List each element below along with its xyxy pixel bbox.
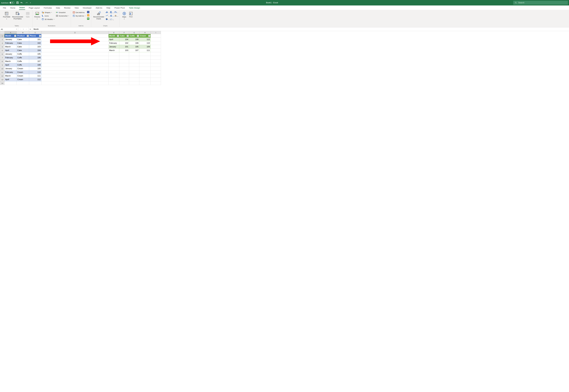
cell[interactable]: Coffe▼ [129,34,139,38]
cell[interactable]: 111 [139,49,151,52]
cell[interactable] [109,52,119,56]
cell[interactable] [109,59,119,63]
cell[interactable] [42,49,109,52]
cell[interactable]: 102 [119,41,129,45]
cell[interactable] [42,38,109,41]
cell[interactable] [119,74,129,78]
cell[interactable] [139,52,151,56]
cell[interactable]: 105 [129,45,139,49]
cell[interactable]: 101 [119,45,129,49]
cell[interactable] [129,81,139,85]
cell[interactable]: 106 [129,41,139,45]
models-button[interactable]: 3D Models [41,18,55,21]
tab-file[interactable]: File [2,6,6,10]
autosave-toggle[interactable]: AutoSave Off [1,1,14,4]
tab-power-pivot[interactable]: Power Pivot [114,6,125,10]
cell[interactable] [109,67,119,70]
cancel-icon[interactable]: ✕ [23,28,24,30]
people-addin-icon[interactable] [87,17,90,20]
cell[interactable] [119,56,129,59]
tab-addins[interactable]: Add-ins [95,6,103,10]
get-addins-button[interactable]: Get Add-ins [72,11,86,14]
cell[interactable] [139,74,151,78]
enter-icon[interactable]: ✓ [26,28,27,30]
cell[interactable] [42,56,109,59]
cell[interactable] [139,63,151,67]
cell[interactable]: March [5,45,17,49]
waterfall-chart-icon[interactable] [114,11,118,14]
pivotchart-button[interactable]: Pivot [128,11,134,18]
my-addins-button[interactable]: My Add-ins [72,14,86,17]
cell[interactable]: 102 [29,41,42,45]
col-header[interactable]: F [119,31,129,34]
recommended-pivot-button[interactable]: ? Recommended PivotTables [12,11,24,20]
cell[interactable] [151,63,161,67]
cell[interactable] [139,56,151,59]
filter-button[interactable]: ▼ [27,35,29,37]
tab-view[interactable]: View [74,6,79,10]
tab-developer[interactable]: Developer [83,6,92,10]
cell[interactable] [151,81,161,85]
cell[interactable] [42,45,109,49]
smartart-button[interactable]: SmartArt [56,11,69,14]
cell[interactable]: April [5,78,17,81]
row-header[interactable]: 9 [0,63,5,67]
cell[interactable] [119,81,129,85]
cell[interactable]: Cream [17,78,29,81]
cell[interactable]: Pieces▼ [29,34,42,38]
col-header[interactable]: E [109,31,119,34]
cell[interactable] [109,56,119,59]
shapes-button[interactable]: Shapes [41,11,55,14]
col-header[interactable]: H [139,31,151,34]
cell[interactable] [42,34,109,38]
bar-chart-icon[interactable] [110,11,114,14]
cell[interactable] [42,63,109,67]
cell[interactable] [129,78,139,81]
filter-button[interactable]: ▼ [117,35,119,37]
cell[interactable] [42,78,109,81]
cell[interactable]: 109 [29,67,42,70]
cell[interactable]: Cream [17,70,29,74]
icons-button[interactable]: Icons [41,14,55,17]
cell[interactable] [151,52,161,56]
cell[interactable]: February [5,56,17,59]
cell[interactable]: February [5,41,17,45]
cell[interactable] [119,70,129,74]
name-box[interactable]: A1▼ [0,28,18,31]
cell[interactable] [42,59,109,63]
filter-button[interactable]: ▼ [39,35,41,37]
cell[interactable] [29,81,42,85]
tab-help[interactable]: Help [106,6,111,10]
cell[interactable]: 105 [29,52,42,56]
cell[interactable]: Cream▼ [139,34,151,38]
cell[interactable]: Product▼ [17,34,29,38]
undo-icon[interactable] [20,1,24,4]
cell[interactable] [139,78,151,81]
cell[interactable] [42,81,109,85]
filter-button[interactable]: ▼ [14,35,16,37]
cell[interactable] [129,74,139,78]
cell[interactable] [151,56,161,59]
cell[interactable] [129,52,139,56]
cell[interactable]: 104 [119,38,129,41]
cell[interactable] [151,38,161,41]
cell[interactable]: 104 [29,49,42,52]
cell[interactable]: March [5,74,17,78]
cell[interactable] [151,41,161,45]
cell[interactable]: 108 [129,38,139,41]
cell[interactable]: January [5,67,17,70]
cell[interactable] [151,49,161,52]
cell[interactable] [109,70,119,74]
tab-review[interactable]: Review [64,6,71,10]
cell[interactable] [42,41,109,45]
cell[interactable] [17,81,29,85]
save-icon[interactable] [16,1,19,4]
cell[interactable]: Cream [17,74,29,78]
cell[interactable]: January [5,38,17,41]
cell[interactable]: Cake [17,49,29,52]
tab-table-design[interactable]: Table Design [128,6,140,10]
cell[interactable] [139,59,151,63]
cell[interactable]: March [5,59,17,63]
pictures-button[interactable]: Pictures▾ [34,11,41,20]
cell[interactable] [129,59,139,63]
